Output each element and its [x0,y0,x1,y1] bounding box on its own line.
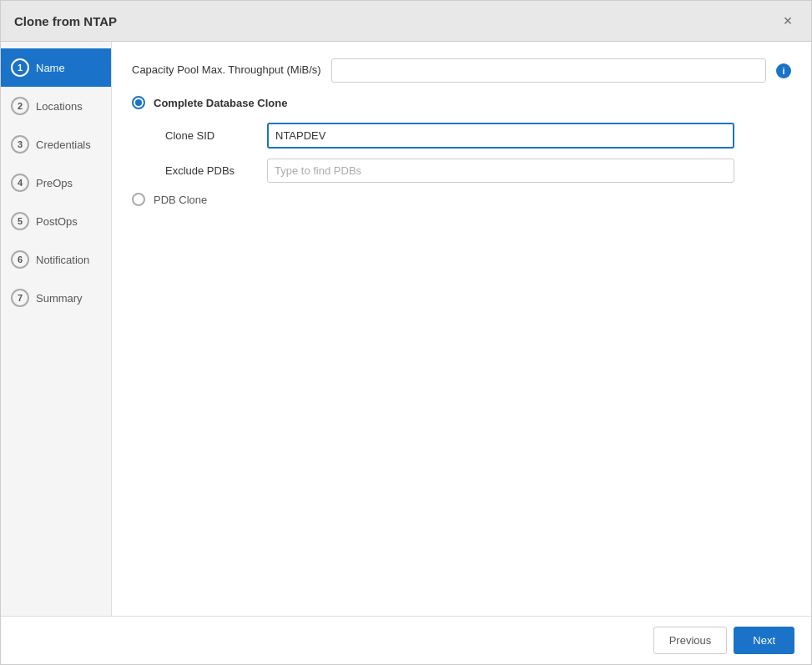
sidebar-label-notification: Notification [36,254,89,266]
step-circle-3: 3 [11,135,29,154]
sidebar-label-locations: Locations [36,100,83,113]
dialog-title: Clone from NTAP [14,14,117,28]
step-circle-4: 4 [11,174,29,192]
step-circle-5: 5 [11,212,29,230]
exclude-pdbs-input[interactable] [267,159,734,183]
pdb-clone-row: PDB Clone [132,193,791,206]
step-circle-1: 1 [11,58,29,77]
clone-sid-input[interactable] [267,123,734,149]
sidebar-item-name[interactable]: 1 Name [1,48,111,87]
sidebar-item-preops[interactable]: 4 PreOps [1,164,111,202]
dialog-body: 1 Name 2 Locations 3 Credentials 4 PreOp… [1,42,811,616]
close-button[interactable]: × [778,11,798,31]
capacity-row: Capacity Pool Max. Throughput (MiB/s) i [132,58,791,83]
dialog-footer: Previous Next [1,616,811,664]
dialog-header: Clone from NTAP × [1,1,811,42]
complete-db-clone-fields: Clone SID Exclude PDBs [165,123,791,183]
clone-sid-label: Clone SID [165,129,257,142]
sidebar-item-notification[interactable]: 6 Notification [1,240,111,279]
complete-db-clone-radio[interactable] [132,96,145,109]
complete-db-clone-label: Complete Database Clone [154,97,287,109]
sidebar-item-locations[interactable]: 2 Locations [1,87,111,125]
next-button[interactable]: Next [734,627,794,654]
capacity-input[interactable] [331,58,766,83]
step-circle-7: 7 [11,289,29,307]
pdb-clone-label: PDB Clone [154,194,207,206]
sidebar-label-name: Name [36,62,65,74]
sidebar-item-summary[interactable]: 7 Summary [1,279,111,317]
sidebar-label-postops: PostOps [36,215,78,228]
sidebar-label-summary: Summary [36,292,83,305]
previous-button[interactable]: Previous [653,627,728,654]
capacity-label: Capacity Pool Max. Throughput (MiB/s) [132,63,321,78]
main-content: Capacity Pool Max. Throughput (MiB/s) i … [112,42,811,616]
sidebar-item-postops[interactable]: 5 PostOps [1,202,111,240]
pdb-clone-radio[interactable] [132,193,145,206]
sidebar-item-credentials[interactable]: 3 Credentials [1,125,111,164]
exclude-pdbs-row: Exclude PDBs [165,159,791,183]
sidebar: 1 Name 2 Locations 3 Credentials 4 PreOp… [1,42,112,616]
step-circle-2: 2 [11,97,29,115]
exclude-pdbs-label: Exclude PDBs [165,164,257,177]
clone-sid-row: Clone SID [165,123,791,149]
step-circle-6: 6 [11,250,29,269]
sidebar-label-credentials: Credentials [36,139,91,151]
sidebar-label-preops: PreOps [36,177,73,189]
complete-db-clone-row: Complete Database Clone [132,96,791,109]
clone-dialog: Clone from NTAP × 1 Name 2 Locations 3 C… [0,0,812,665]
info-icon[interactable]: i [776,63,791,78]
